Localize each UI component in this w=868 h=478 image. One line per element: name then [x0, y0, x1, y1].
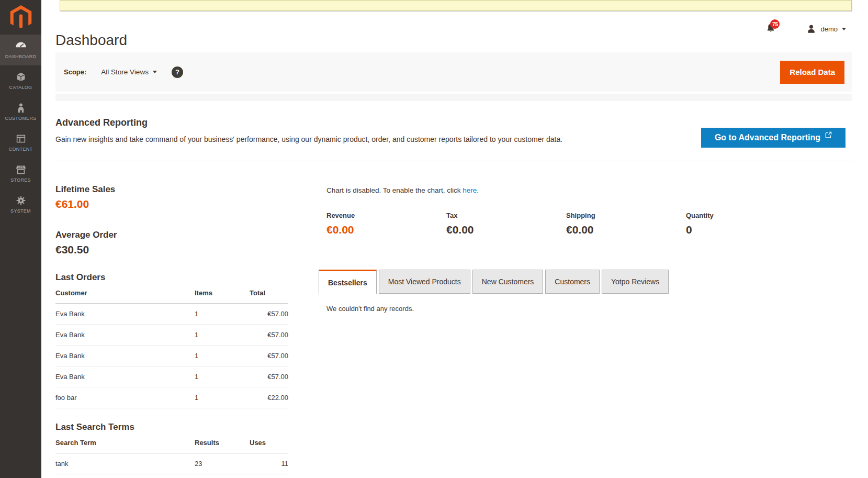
column-header-customer: Customer	[55, 289, 195, 304]
search-uses: 11	[250, 453, 288, 474]
sidebar-item-customers[interactable]: CUSTOMERS	[0, 96, 41, 127]
order-total: €57.00	[250, 325, 288, 346]
tab-yotpo-reviews[interactable]: Yotpo Reviews	[602, 270, 669, 294]
order-customer: Eva Bank	[55, 304, 195, 325]
external-link-icon	[825, 131, 832, 138]
last-search-terms-table: Search Term Results Uses tank 23 11	[55, 439, 288, 474]
tab-most-viewed-products[interactable]: Most Viewed Products	[379, 270, 470, 294]
magento-logo-icon	[10, 5, 32, 29]
table-row[interactable]: Eva Bank 1 €57.00	[55, 325, 288, 346]
order-items: 1	[195, 304, 250, 325]
magento-logo[interactable]	[0, 0, 41, 35]
total-value: 0	[686, 224, 806, 236]
order-customer: Eva Bank	[55, 366, 195, 387]
total-revenue: Revenue €0.00	[326, 212, 446, 236]
table-row[interactable]: Eva Bank 1 €57.00	[55, 366, 288, 387]
table-header-row: Customer Items Total	[55, 289, 288, 304]
sidebar-item-system[interactable]: SYSTEM	[0, 189, 41, 220]
user-avatar-icon	[806, 24, 816, 34]
lifetime-sales-label: Lifetime Sales	[55, 184, 115, 195]
last-orders-table: Customer Items Total Eva Bank 1 €57.00 E…	[55, 289, 288, 408]
sidebar-item-label: CATALOG	[9, 85, 32, 90]
table-header-row: Search Term Results Uses	[55, 439, 288, 453]
column-header-total: Total	[250, 289, 288, 304]
store-view-switcher[interactable]: All Store Views	[101, 68, 157, 76]
sidebar-item-dashboard[interactable]: DASHBOARD	[0, 35, 41, 65]
order-items: 1	[195, 387, 250, 408]
notifications-count-badge: 75	[770, 19, 780, 29]
order-items: 1	[195, 366, 250, 387]
total-value: €0.00	[326, 224, 446, 236]
order-customer: Eva Bank	[55, 325, 195, 346]
chart-notice-text: Chart is disabled. To enable the chart, …	[326, 186, 463, 194]
sidebar-item-content[interactable]: CONTENT	[0, 127, 41, 158]
table-row[interactable]: tank 23 11	[55, 453, 288, 474]
advanced-reporting-button-label: Go to Advanced Reporting	[715, 133, 820, 142]
total-label: Shipping	[566, 212, 686, 219]
search-results: 23	[195, 453, 250, 474]
scope-label: Scope:	[64, 68, 86, 76]
last-search-terms-title: Last Search Terms	[55, 422, 134, 432]
box-icon	[16, 72, 26, 82]
order-customer: Eva Bank	[55, 346, 195, 366]
column-header-results: Results	[195, 439, 250, 453]
username: demo	[820, 25, 838, 33]
gear-icon	[16, 195, 26, 206]
total-label: Tax	[446, 212, 566, 219]
user-menu[interactable]: demo	[806, 24, 846, 34]
chevron-down-icon	[842, 28, 846, 30]
gauge-icon	[15, 41, 27, 51]
column-header-search-term: Search Term	[55, 439, 195, 453]
average-order-label: Average Order	[55, 230, 117, 240]
notification-bar	[60, 0, 852, 11]
order-items: 1	[195, 325, 250, 346]
order-total: €57.00	[250, 346, 288, 366]
order-items: 1	[195, 346, 250, 366]
average-order-value: €30.50	[55, 243, 89, 256]
sidebar-item-label: DASHBOARD	[5, 54, 37, 59]
totals-row: Revenue €0.00 Tax €0.00 Shipping €0.00 Q…	[326, 212, 806, 236]
empty-records-message: We couldn't find any records.	[326, 305, 414, 313]
go-to-advanced-reporting-button[interactable]: Go to Advanced Reporting	[701, 128, 846, 148]
sidebar-item-label: CONTENT	[9, 147, 33, 152]
person-icon	[16, 103, 26, 113]
help-icon[interactable]: ?	[172, 66, 183, 78]
notifications-button[interactable]: 75	[765, 23, 777, 35]
storefront-icon	[15, 164, 27, 175]
table-row[interactable]: Eva Bank 1 €57.00	[55, 304, 288, 325]
page-title: Dashboard	[55, 32, 127, 49]
admin-sidebar: DASHBOARD CATALOG CUSTOMERS CONTENT	[0, 0, 41, 478]
advanced-reporting-title: Advanced Reporting	[55, 117, 148, 128]
scope-toolbar: Scope: All Store Views ? Reload Data	[55, 52, 852, 92]
tab-bestsellers[interactable]: Bestsellers	[319, 270, 377, 294]
dashboard-tabs: Bestsellers Most Viewed Products New Cus…	[319, 270, 671, 294]
total-shipping: Shipping €0.00	[566, 212, 686, 236]
sidebar-item-label: CUSTOMERS	[5, 116, 36, 121]
sidebar-item-catalog[interactable]: CATALOG	[0, 65, 41, 96]
total-label: Revenue	[326, 212, 446, 219]
main-content: Dashboard 75 demo Scope: All	[41, 0, 868, 478]
table-row[interactable]: Eva Bank 1 €57.00	[55, 346, 288, 366]
header-actions: 75 demo	[765, 23, 846, 35]
chevron-down-icon	[153, 71, 157, 73]
chart-disabled-notice: Chart is disabled. To enable the chart, …	[326, 186, 479, 194]
chart-notice-period: .	[477, 186, 479, 194]
enable-chart-link[interactable]: here	[463, 186, 477, 194]
tab-customers[interactable]: Customers	[545, 270, 600, 294]
order-total: €57.00	[250, 366, 288, 387]
sidebar-item-stores[interactable]: STORES	[0, 158, 41, 189]
column-header-items: Items	[195, 289, 250, 304]
tab-new-customers[interactable]: New Customers	[472, 270, 544, 294]
sidebar-item-label: STORES	[10, 177, 31, 183]
reload-data-button[interactable]: Reload Data	[780, 61, 844, 84]
advanced-reporting-description: Gain new insights and take command of yo…	[55, 135, 562, 143]
column-header-uses: Uses	[250, 439, 288, 453]
table-row[interactable]: foo bar 1 €22.00	[55, 387, 288, 408]
search-term: tank	[55, 453, 195, 474]
order-customer: foo bar	[55, 387, 195, 408]
total-quantity: Quantity 0	[686, 212, 806, 236]
order-total: €22.00	[250, 387, 288, 408]
layout-icon	[16, 134, 26, 144]
toolbar-divider-strip	[55, 94, 852, 101]
advanced-reporting-section: Advanced Reporting Gain new insights and…	[55, 109, 852, 161]
